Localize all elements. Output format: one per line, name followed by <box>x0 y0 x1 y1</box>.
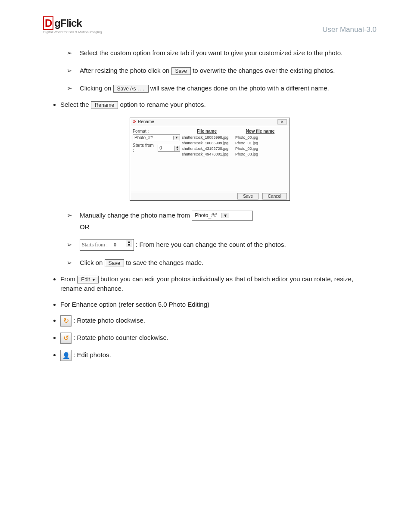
step-select-rename: Select the Rename option to rename your … <box>60 100 377 110</box>
rotate-cw-icon[interactable]: ↻ <box>60 315 72 327</box>
step-custom-size: Select the custom option from size tab i… <box>67 47 377 59</box>
step-rotate-ccw: ↺ : Rotate photo counter clockwise. <box>60 333 377 344</box>
logo-tagline: Digital World for Still & Motion Imaging <box>43 30 102 34</box>
rotate-ccw-icon[interactable]: ↺ <box>60 333 72 344</box>
logo-d: D <box>43 16 53 30</box>
step-click-save: Click on Save to save the changes made. <box>67 257 377 268</box>
step-after-resize: After resizing the photo click on Save t… <box>67 65 377 76</box>
edit-dropdown-button[interactable]: Edit <box>77 276 99 283</box>
step-from-edit: From Edit button you can edit your photo… <box>60 274 377 294</box>
filename-column: File name shutterstock_18085998.jpg shut… <box>180 129 234 189</box>
rename-button[interactable]: Rename <box>91 101 118 109</box>
dialog-title: ⟳Rename <box>133 119 154 124</box>
format-label: Format : <box>133 129 180 134</box>
save-as-button[interactable]: Save As . . . <box>113 85 149 93</box>
step-starts-from: Starts from :0▲▼ : From here you can cha… <box>67 239 377 251</box>
manual-title: User Manual-3.0 <box>322 25 377 34</box>
starts-from-field[interactable]: Starts from :0▲▼ <box>80 239 134 251</box>
starts-from-label: Starts from : <box>133 143 156 152</box>
logo: DgFlick Digital World for Still & Motion… <box>43 17 102 34</box>
save-button-2[interactable]: Save <box>105 259 124 267</box>
logo-main: gFlick <box>54 17 81 29</box>
step-enhance-ref: For Enhance option (refer section 5.0 Ph… <box>60 300 377 310</box>
newfilename-column: New file name Photo_00.jpg Photo_01.jpg … <box>234 129 287 189</box>
photo-format-combo[interactable]: Photo_##▼ <box>192 211 253 221</box>
chevron-down-icon[interactable]: ▼ <box>221 213 229 218</box>
step-manual-change: Manually change the photo name from Phot… <box>67 209 377 233</box>
rename-dialog: ⟳Rename ✕ Format : Photo_##▼ Starts from… <box>130 118 290 201</box>
page-header: DgFlick Digital World for Still & Motion… <box>43 17 377 34</box>
format-combo[interactable]: Photo_##▼ <box>133 134 180 141</box>
dialog-save-button[interactable]: Save <box>237 193 258 199</box>
dialog-cancel-button[interactable]: Cancel <box>262 193 287 199</box>
close-icon[interactable]: ✕ <box>277 119 287 124</box>
save-button[interactable]: Save <box>171 67 191 75</box>
starts-from-spinner[interactable]: 0▲▼ <box>158 145 180 152</box>
chevron-down-icon[interactable]: ▼ <box>173 136 180 140</box>
step-save-as: Clicking on Save As . . . will save the … <box>67 82 377 94</box>
step-rotate-cw: ↻ : Rotate photo clockwise. <box>60 315 377 327</box>
step-edit-photos: 👤 : Edit photos. <box>60 350 377 361</box>
edit-photo-icon[interactable]: 👤 <box>60 350 72 361</box>
